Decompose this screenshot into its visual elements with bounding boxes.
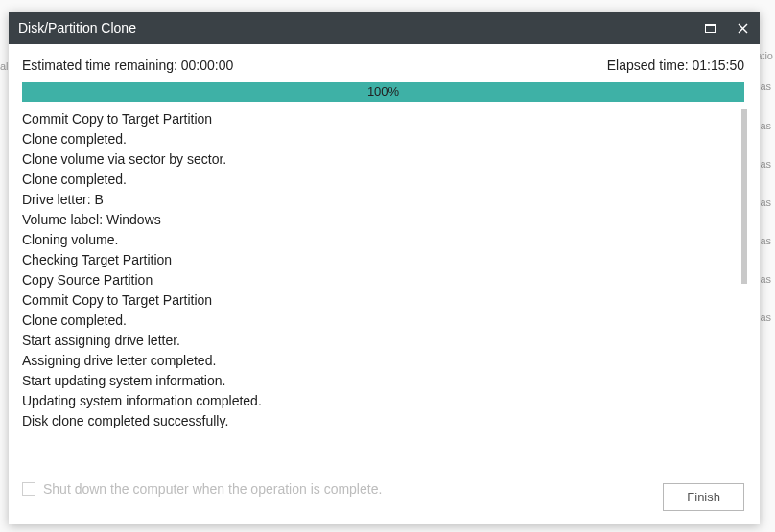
titlebar: Disk/Partition Clone — [9, 12, 760, 44]
log-line: Cloning volume. — [22, 230, 733, 250]
bg-text: as — [760, 197, 771, 208]
remaining-time-value: 00:00:00 — [181, 58, 234, 73]
log-line: Disk clone completed successfully. — [22, 411, 733, 431]
close-icon — [738, 23, 748, 34]
progress-bar: 100% — [22, 82, 744, 102]
shutdown-label: Shut down the computer when the operatio… — [43, 481, 382, 497]
log-line: Checking Target Partition — [22, 250, 733, 270]
log-list: Commit Copy to Target PartitionClone com… — [22, 109, 744, 431]
elapsed-time-label: Elapsed time: — [607, 58, 689, 73]
log-line: Updating system information completed. — [22, 391, 733, 411]
log-line: Start assigning drive letter. — [22, 331, 733, 351]
bg-text: as — [760, 235, 771, 246]
maximize-button[interactable] — [702, 20, 717, 35]
elapsed-time: Elapsed time: 01:15:50 — [607, 58, 744, 73]
scrollbar-thumb[interactable] — [741, 109, 747, 284]
log-line: Copy Source Partition — [22, 270, 733, 290]
log-line: Clone completed. — [22, 311, 733, 331]
footer-row: Shut down the computer when the operatio… — [22, 466, 744, 511]
log-line: Clone completed. — [22, 129, 733, 150]
bg-text: as — [760, 312, 771, 323]
shutdown-checkbox[interactable]: Shut down the computer when the operatio… — [22, 481, 382, 497]
log-area: Commit Copy to Target PartitionClone com… — [22, 109, 744, 460]
log-line: Volume label: Windows — [22, 210, 733, 230]
elapsed-time-value: 01:15:50 — [693, 58, 745, 73]
checkbox-box — [22, 482, 35, 496]
maximize-icon — [705, 24, 716, 33]
log-line: Clone completed. — [22, 170, 733, 190]
finish-button[interactable]: Finish — [663, 483, 744, 511]
time-row: Estimated time remaining: 00:00:00 Elaps… — [22, 58, 744, 73]
log-line: Drive letter: B — [22, 190, 733, 210]
bg-text: as — [760, 120, 771, 131]
dialog-body: Estimated time remaining: 00:00:00 Elaps… — [9, 44, 760, 524]
log-line: Clone volume via sector by sector. — [22, 150, 733, 170]
log-line: Commit Copy to Target Partition — [22, 109, 733, 129]
bg-text: as — [760, 81, 771, 92]
dialog: Disk/Partition Clone Estimated time rema… — [9, 12, 760, 524]
window-title: Disk/Partition Clone — [18, 20, 702, 35]
bg-text: as — [760, 273, 771, 285]
remaining-time-label: Estimated time remaining: — [22, 58, 177, 73]
log-line: Start updating system information. — [22, 371, 733, 391]
close-button[interactable] — [735, 20, 750, 35]
bg-text: al — [0, 60, 9, 72]
remaining-time: Estimated time remaining: 00:00:00 — [22, 58, 233, 73]
log-line: Commit Copy to Target Partition — [22, 290, 733, 311]
progress-percent: 100% — [22, 82, 744, 102]
window-controls — [702, 20, 750, 35]
log-line: Assigning drive letter completed. — [22, 351, 733, 371]
bg-text: as — [760, 158, 771, 170]
